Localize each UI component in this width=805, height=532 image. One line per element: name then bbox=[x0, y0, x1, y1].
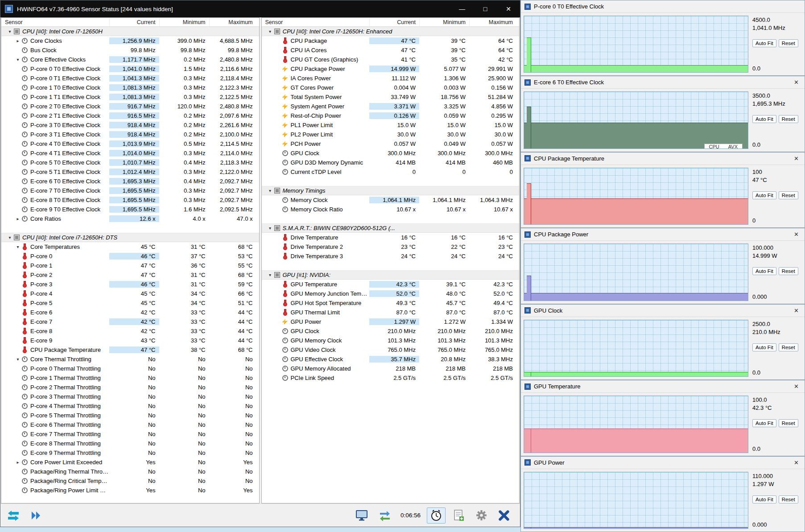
sensor-row[interactable]: Memory Clock Ratio10.67 x10.67 x10.67 x bbox=[262, 205, 520, 214]
chevron-down-icon[interactable]: ▾ bbox=[266, 29, 274, 34]
graph-titlebar[interactable]: GPU Power ✕ bbox=[521, 457, 805, 469]
graph-titlebar[interactable]: GPU Clock ✕ bbox=[521, 305, 805, 317]
sensor-row[interactable]: CPU Package Power14.999 W5.077 W29.991 W bbox=[262, 64, 520, 74]
current-column-header[interactable]: Current bbox=[369, 18, 419, 26]
sensor-row[interactable]: E-core 7 T0 Effective Clock1,695.5 MHz0.… bbox=[1, 186, 259, 195]
chevron-down-icon[interactable]: ▾ bbox=[266, 226, 274, 231]
sensor-row[interactable]: P-core 046 °C37 °C53 °C bbox=[1, 252, 259, 261]
sensor-row[interactable]: P-core 346 °C31 °C59 °C bbox=[1, 280, 259, 289]
sensor-row[interactable]: P-core 0 T0 Effective Clock1,041.0 MHz1.… bbox=[1, 64, 259, 74]
section-row[interactable]: ▾S.M.A.R.T.: BIWIN CE980Y2D600-512G (... bbox=[262, 223, 520, 233]
sensor-row[interactable]: GPU Hot Spot Temperature49.3 °C45.7 °C49… bbox=[262, 298, 520, 308]
close-icon[interactable]: ✕ bbox=[792, 155, 801, 162]
auto-fit-button[interactable]: Auto Fit bbox=[752, 495, 776, 503]
sensor-swap-button[interactable] bbox=[376, 507, 394, 523]
sensor-row[interactable]: GPU Memory Clock101.3 MHz101.3 MHz101.3 … bbox=[262, 336, 520, 345]
sensor-column-header[interactable]: Sensor bbox=[5, 19, 109, 25]
sensor-row[interactable]: PCIe Link Speed2.5 GT/s2.5 GT/s2.5 GT/s bbox=[262, 373, 520, 383]
sensor-row[interactable]: CPU Package47 °C39 °C64 °C bbox=[262, 36, 520, 45]
sensor-row[interactable]: GPU Power1.297 W1.272 W1.334 W bbox=[262, 317, 520, 326]
sensor-row[interactable]: GT Cores Power0.004 W0.003 W0.156 W bbox=[262, 83, 520, 92]
sensor-row[interactable]: E-core 842 °C33 °C44 °C bbox=[1, 326, 259, 336]
sensor-column-header[interactable]: Sensor bbox=[265, 19, 370, 25]
sensor-row[interactable]: P-core 0 Thermal ThrottlingNoNoNo bbox=[1, 364, 259, 373]
sensor-row[interactable]: E-core 6 Thermal ThrottlingNoNoNo bbox=[1, 420, 259, 429]
section-row[interactable]: ▾CPU [#0]: Intel Core i7-12650H: Enhance… bbox=[262, 27, 520, 36]
sensor-row[interactable]: System Agent Power3.371 W3.325 W4.856 W bbox=[262, 102, 520, 111]
column-header-right[interactable]: Sensor Current Minimum Maximum bbox=[262, 18, 520, 27]
chevron-right-icon[interactable]: ▸ bbox=[14, 38, 22, 43]
chevron-down-icon[interactable]: ▾ bbox=[14, 57, 22, 62]
maximum-column-header[interactable]: Maximum bbox=[469, 18, 519, 26]
sensor-row[interactable]: E-core 6 T0 Effective Clock1,695.3 MHz0.… bbox=[1, 177, 259, 186]
sensor-row[interactable]: E-core 742 °C33 °C44 °C bbox=[1, 317, 259, 326]
graph-titlebar[interactable]: GPU Temperature ✕ bbox=[521, 380, 805, 393]
minimize-button[interactable]: — bbox=[450, 0, 474, 17]
nav-fast-forward-button[interactable] bbox=[27, 508, 45, 523]
sensor-row[interactable]: GPU Memory Junction Temperature52.0 °C48… bbox=[262, 289, 520, 298]
remote-monitor-button[interactable] bbox=[352, 507, 371, 523]
close-icon[interactable]: ✕ bbox=[792, 231, 801, 238]
maximize-button[interactable]: □ bbox=[474, 0, 497, 17]
sensor-row[interactable]: P-core 4 T0 Effective Clock1,013.9 MHz0.… bbox=[1, 139, 259, 148]
sensor-row[interactable]: P-core 5 Thermal ThrottlingNoNoNo bbox=[1, 411, 259, 420]
sensor-row[interactable]: P-core 5 T1 Effective Clock1,012.4 MHz0.… bbox=[1, 167, 259, 177]
close-icon[interactable]: ✕ bbox=[792, 459, 801, 466]
sensor-row[interactable]: Package/Ring Thermal ThrottlingNoNoNo bbox=[1, 467, 259, 476]
sensor-row[interactable]: CPU GT Cores (Graphics)41 °C35 °C42 °C bbox=[262, 55, 520, 64]
sensor-row[interactable]: P-core 3 T1 Effective Clock918.4 MHz0.2 … bbox=[1, 130, 259, 139]
reset-button[interactable]: Reset bbox=[779, 419, 798, 427]
sensor-row[interactable]: GPU Clock300.0 MHz300.0 MHz300.0 MHz bbox=[262, 148, 520, 158]
sensor-row[interactable]: E-core 9 Thermal ThrottlingNoNoNo bbox=[1, 448, 259, 458]
chevron-right-icon[interactable]: ▸ bbox=[14, 216, 22, 221]
maximum-column-header[interactable]: Maximum bbox=[209, 18, 259, 26]
reset-button[interactable]: Reset bbox=[779, 39, 798, 47]
sensor-row[interactable]: E-core 642 °C33 °C44 °C bbox=[1, 308, 259, 317]
sensor-row[interactable]: ▾Core Effective Clocks1,171.7 MHz0.2 MHz… bbox=[1, 55, 259, 64]
auto-fit-button[interactable]: Auto Fit bbox=[752, 115, 776, 123]
sensor-row[interactable]: Memory Clock1,064.1 MHz1,064.1 MHz1,064.… bbox=[262, 195, 520, 205]
sensor-row[interactable]: P-core 4 T1 Effective Clock1,014.0 MHz0.… bbox=[1, 148, 259, 158]
chevron-down-icon[interactable]: ▾ bbox=[266, 188, 274, 193]
sensor-row[interactable]: GPU Video Clock765.0 MHz765.0 MHz765.0 M… bbox=[262, 345, 520, 355]
sensor-row[interactable]: P-core 1 T1 Effective Clock1,081.3 MHz0.… bbox=[1, 92, 259, 102]
close-icon[interactable]: ✕ bbox=[792, 307, 801, 314]
sensor-row[interactable]: P-core 247 °C31 °C68 °C bbox=[1, 270, 259, 280]
sensor-row[interactable]: P-core 4 Thermal ThrottlingNoNoNo bbox=[1, 401, 259, 411]
auto-fit-button[interactable]: Auto Fit bbox=[752, 419, 776, 427]
sensor-row[interactable]: P-core 2 Thermal ThrottlingNoNoNo bbox=[1, 383, 259, 392]
sensor-row[interactable]: Drive Temperature 223 °C22 °C23 °C bbox=[262, 242, 520, 252]
graph-titlebar[interactable]: P-core 0 T0 Effective Clock bbox=[521, 0, 805, 13]
sensor-row[interactable]: Package/Ring Power Limit ExceededYesNoYe… bbox=[1, 486, 259, 495]
sensor-row[interactable]: P-core 5 T0 Effective Clock1,010.7 MHz0.… bbox=[1, 158, 259, 167]
titlebar[interactable]: HWiNFO64 v7.36-4960 Sensor Status [244 v… bbox=[0, 0, 520, 17]
close-icon[interactable]: ✕ bbox=[792, 79, 801, 86]
chevron-down-icon[interactable]: ▾ bbox=[6, 29, 14, 34]
sensor-row[interactable]: GPU D3D Memory Dynamic414 MB414 MB460 MB bbox=[262, 158, 520, 167]
close-button[interactable]: ✕ bbox=[497, 0, 520, 17]
close-icon[interactable]: ✕ bbox=[792, 383, 801, 390]
logging-clock-button[interactable] bbox=[427, 507, 446, 524]
sensor-row[interactable]: GPU Memory Allocated218 MB218 MB218 MB bbox=[262, 364, 520, 373]
sensor-row[interactable]: P-core 3 T0 Effective Clock918.4 MHz0.2 … bbox=[1, 120, 259, 130]
auto-fit-button[interactable]: Auto Fit bbox=[752, 39, 776, 47]
sensor-row[interactable]: E-core 7 Thermal ThrottlingNoNoNo bbox=[1, 429, 259, 439]
sensor-row[interactable]: IA Cores Power11.112 W1.306 W25.900 W bbox=[262, 74, 520, 83]
sensor-row[interactable]: ▸Core Ratios12.6 x4.0 x47.0 x bbox=[1, 214, 259, 223]
reset-button[interactable]: Reset bbox=[779, 191, 798, 199]
report-button[interactable] bbox=[450, 507, 468, 524]
sensor-row[interactable]: Drive Temperature 324 °C24 °C24 °C bbox=[262, 252, 520, 261]
section-row[interactable]: ▾GPU [#1]: NVIDIA: bbox=[262, 270, 520, 280]
sensor-row[interactable]: GPU Clock210.0 MHz210.0 MHz210.0 MHz bbox=[262, 326, 520, 336]
sensor-row[interactable]: GPU Temperature42.3 °C39.1 °C42.3 °C bbox=[262, 280, 520, 289]
sensor-row[interactable]: ▸Core Clocks1,256.9 MHz399.0 MHz4,688.5 … bbox=[1, 36, 259, 45]
sensor-row[interactable]: P-core 445 °C34 °C66 °C bbox=[1, 289, 259, 298]
reset-button[interactable]: Reset bbox=[779, 495, 798, 503]
sensor-row[interactable]: E-core 9 T0 Effective Clock1,695.5 MHz1.… bbox=[1, 205, 259, 214]
column-header-left[interactable]: Sensor Current Minimum Maximum bbox=[1, 18, 259, 27]
settings-gear-button[interactable] bbox=[472, 507, 491, 523]
section-row[interactable]: ▾CPU [#0]: Intel Core i7-12650H: DTS bbox=[1, 233, 259, 242]
minimum-column-header[interactable]: Minimum bbox=[159, 18, 209, 26]
auto-fit-button[interactable]: Auto Fit bbox=[752, 267, 776, 275]
chevron-down-icon[interactable]: ▾ bbox=[14, 357, 22, 362]
